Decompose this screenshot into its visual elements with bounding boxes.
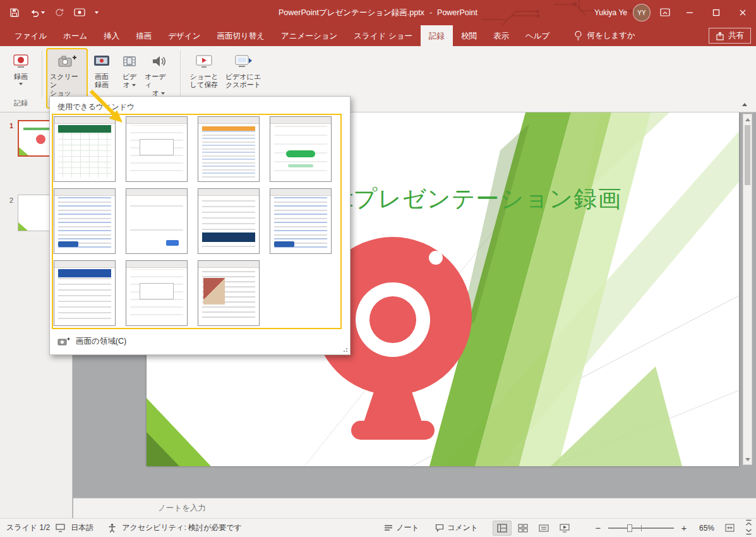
- redo-button[interactable]: [54, 8, 64, 18]
- tell-me-search[interactable]: 何をしますか: [574, 25, 635, 46]
- ribbon-tab-bar: ファイルホーム挿入描画デザイン画面切り替えアニメーションスライド ショー記録校閲…: [0, 25, 756, 46]
- window-thumbnail[interactable]: [54, 188, 116, 254]
- window-thumbnail[interactable]: [54, 116, 116, 182]
- redo-icon: [54, 8, 64, 18]
- save-as-show-icon: [195, 52, 213, 71]
- window-thumbnail[interactable]: [126, 188, 188, 254]
- mini-corner-shape: [18, 222, 28, 231]
- previous-slide-icon: [745, 519, 752, 526]
- ribbon-tab[interactable]: スライド ショー: [345, 25, 421, 46]
- slideshow-view-button[interactable]: [555, 521, 574, 536]
- notes-placeholder: ノートを入力: [158, 503, 206, 514]
- audio-speaker-icon: [150, 52, 167, 71]
- zoom-center-tick: [641, 525, 642, 531]
- save-button[interactable]: [9, 8, 20, 18]
- ribbon-tab[interactable]: 表示: [485, 25, 517, 46]
- video-chevron-icon: [132, 84, 136, 87]
- zoom-out-button[interactable]: −: [594, 522, 603, 533]
- zoom-slider-thumb[interactable]: [627, 524, 632, 532]
- export-to-video-button[interactable]: ビデオにエ クスポート: [222, 49, 264, 91]
- window-thumbnail[interactable]: [198, 116, 260, 182]
- undo-button[interactable]: [29, 8, 45, 18]
- ribbon-tab[interactable]: アニメーション: [273, 25, 345, 46]
- tell-me-label: 何をしますか: [587, 30, 635, 41]
- fit-slide-to-window-button[interactable]: [725, 524, 735, 532]
- audio-chevron-icon: [161, 92, 165, 95]
- window-thumbnail[interactable]: [126, 260, 188, 326]
- window-thumbnail[interactable]: [54, 260, 116, 326]
- scrollbar-thumb[interactable]: [745, 125, 750, 185]
- slide-sorter-view-button[interactable]: [513, 521, 532, 536]
- collapse-ribbon-icon[interactable]: [742, 103, 747, 106]
- ribbon-tab[interactable]: ヘルプ: [517, 25, 558, 46]
- video-button[interactable]: ビデ オ: [117, 49, 142, 91]
- close-button[interactable]: [729, 0, 756, 25]
- window-thumbnail[interactable]: [270, 188, 332, 254]
- ribbon-tab[interactable]: 描画: [128, 25, 160, 46]
- language-indicator[interactable]: 日本語: [71, 522, 93, 533]
- ribbon-tab[interactable]: 画面切り替え: [208, 25, 273, 46]
- close-icon: [739, 9, 747, 16]
- window-thumbnail[interactable]: [126, 116, 188, 182]
- normal-view-button[interactable]: [493, 521, 512, 536]
- notes-toggle[interactable]: ノート: [384, 522, 419, 533]
- ribbon-tab[interactable]: 校閲: [453, 25, 485, 46]
- group-separator: [180, 51, 181, 97]
- comments-toggle[interactable]: コメント: [435, 522, 478, 533]
- save-as-show-button[interactable]: ショーと して保存: [186, 49, 222, 91]
- accessibility-icon: [108, 523, 116, 533]
- window-thumbnail[interactable]: [198, 260, 260, 326]
- zoom-in-button[interactable]: +: [680, 522, 688, 533]
- screen-recording-button[interactable]: 画面 録画: [87, 49, 117, 91]
- scroll-down-button[interactable]: [743, 455, 752, 464]
- notes-pane[interactable]: ノートを入力: [73, 498, 756, 518]
- slide-indicator[interactable]: スライド 1/2: [6, 522, 50, 533]
- zoom-slider[interactable]: [608, 522, 674, 534]
- minimize-button[interactable]: [676, 0, 703, 25]
- record-button[interactable]: 録画: [5, 49, 37, 87]
- qat-customize-chevron-icon: [95, 11, 99, 14]
- ribbon-tab[interactable]: ホーム: [55, 25, 95, 46]
- record-quick-button[interactable]: [74, 8, 85, 17]
- scroll-down-icon: [745, 458, 750, 461]
- ribbon-tab[interactable]: 挿入: [95, 25, 128, 46]
- vertical-scrollbar[interactable]: [743, 114, 752, 465]
- app-name: PowerPoint: [437, 8, 477, 17]
- ribbon-tab[interactable]: デザイン: [160, 25, 208, 46]
- screen-clipping-item[interactable]: 画面の領域(C): [50, 334, 134, 349]
- ribbon-tab[interactable]: 記録: [421, 25, 453, 46]
- scroll-up-button[interactable]: [743, 115, 752, 124]
- lightbulb-icon: [574, 30, 582, 41]
- qat-customize-button[interactable]: [95, 11, 99, 14]
- next-slide-button[interactable]: [743, 528, 753, 536]
- window-thumbnails-grid: [50, 115, 350, 326]
- screenshot-dropdown: 使用できるウィンドウ 画面の領域(C): [49, 96, 351, 355]
- user-name[interactable]: Yukiya Ye: [594, 8, 627, 17]
- window-thumbnail[interactable]: [270, 116, 332, 182]
- record-icon: [11, 52, 30, 71]
- available-windows-header: 使用できるウィンドウ: [50, 97, 350, 115]
- screen-clipping-label: 画面の領域(C): [76, 336, 126, 347]
- window-thumbnail[interactable]: [198, 188, 260, 254]
- reading-view-button[interactable]: [534, 521, 553, 536]
- screen-clipping-icon: [57, 337, 70, 346]
- avatar[interactable]: YY: [633, 4, 650, 21]
- ribbon-tab[interactable]: ファイル: [6, 25, 55, 46]
- accessibility-status[interactable]: アクセシビリティ: 検討が必要です: [122, 522, 242, 533]
- titlebar: PowerPointプレゼンテーション録画.pptx-PowerPoint Yu…: [0, 0, 756, 25]
- audio-button[interactable]: オーディ オ: [142, 49, 175, 99]
- maximize-button[interactable]: [703, 0, 729, 25]
- previous-slide-button[interactable]: [743, 518, 753, 526]
- ribbon-display-options-button[interactable]: [660, 8, 670, 18]
- slide-number-2: 2: [0, 195, 18, 204]
- share-button[interactable]: 共有: [709, 28, 751, 44]
- comments-icon: [435, 524, 444, 532]
- powerpoint-window: PowerPointプレゼンテーション録画.pptx-PowerPoint Yu…: [0, 0, 756, 537]
- ribbon-group-label: 記録: [14, 99, 28, 108]
- group-separator: [42, 51, 42, 97]
- zoom-level[interactable]: 65%: [694, 524, 714, 533]
- reading-view-icon: [539, 524, 549, 533]
- display-settings-icon[interactable]: [56, 524, 65, 533]
- scroll-up-icon: [745, 118, 750, 121]
- resize-grip[interactable]: [346, 351, 347, 352]
